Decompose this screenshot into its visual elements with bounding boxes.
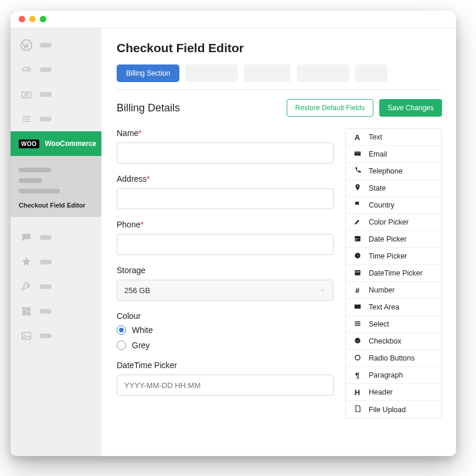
type-email[interactable]: Email — [346, 146, 441, 163]
form-fields: Name* Address* Phone* Storage 25 — [117, 128, 334, 419]
close-window-icon[interactable] — [19, 16, 25, 22]
field-storage: Storage 256 GB — [117, 266, 334, 301]
field-address: Address* — [117, 174, 334, 209]
type-file-upload[interactable]: File Upload — [346, 401, 441, 418]
sidebar-item-placeholder — [40, 117, 52, 121]
file-icon — [353, 404, 362, 414]
radio-icon — [353, 353, 362, 363]
tab-placeholder[interactable] — [244, 64, 291, 82]
type-datetime-picker[interactable]: DateTime Picker — [346, 265, 441, 282]
svg-point-3 — [25, 93, 28, 96]
section-header: Billing Details Restore Default Fields S… — [117, 99, 442, 117]
type-select[interactable]: Select — [346, 316, 441, 333]
image-icon — [19, 328, 34, 344]
phone-icon — [353, 166, 362, 176]
section-title: Billing Details — [117, 102, 180, 114]
sidebar-item-comments[interactable] — [11, 225, 101, 250]
type-telephone[interactable]: Telephone — [346, 163, 441, 180]
flag-icon — [353, 200, 362, 210]
type-country[interactable]: Country — [346, 197, 441, 214]
radio-option-grey[interactable]: Grey — [117, 341, 334, 350]
radio-option-white[interactable]: White — [117, 325, 334, 335]
radio-white-input[interactable] — [117, 325, 126, 335]
storage-label: Storage — [117, 266, 334, 275]
address-label: Address* — [117, 174, 334, 183]
wrench-icon — [19, 279, 34, 294]
tab-billing-section[interactable]: Billing Section — [117, 64, 179, 82]
page-title: Checkout Field Editor — [117, 41, 442, 55]
tab-placeholder[interactable] — [297, 64, 349, 82]
list-icon — [353, 319, 362, 329]
field-name: Name* — [117, 128, 334, 164]
star-icon — [19, 254, 34, 270]
type-text[interactable]: AText — [346, 129, 441, 146]
svg-rect-25 — [354, 304, 361, 308]
type-number[interactable]: #Number — [346, 282, 441, 299]
restore-default-button[interactable]: Restore Default Fields — [287, 99, 374, 117]
minimize-window-icon[interactable] — [29, 16, 36, 22]
paragraph-icon: ¶ — [353, 371, 362, 380]
svg-point-14 — [356, 185, 358, 186]
clock-icon — [353, 251, 362, 261]
type-checkbox[interactable]: Checkbox — [346, 333, 441, 350]
field-type-panel: AText Email Telephone State Country Colo… — [345, 128, 442, 419]
sidebar-woo-label: WooCommerce — [45, 140, 97, 148]
type-header[interactable]: HHeader — [346, 384, 441, 401]
sidebar-item-placeholder — [40, 309, 52, 314]
sidebar-item-dashboard[interactable] — [11, 33, 101, 57]
sidebar-item-placeholder — [40, 260, 52, 264]
sidebar-item-placeholder — [40, 334, 52, 338]
sidebar-item-grid[interactable] — [11, 299, 101, 324]
woo-logo-icon: WOO — [19, 140, 39, 148]
type-state[interactable]: State — [346, 180, 441, 197]
pin-icon — [353, 183, 362, 193]
type-color-picker[interactable]: Color Picker — [346, 214, 441, 231]
type-date-picker[interactable]: Date Picker — [346, 231, 441, 248]
storage-select[interactable]: 256 GB — [117, 280, 334, 301]
tab-placeholder[interactable] — [185, 64, 238, 82]
sidebar-item-gauge[interactable] — [11, 57, 101, 82]
menu-icon — [19, 111, 34, 127]
submenu-item-checkout-field-editor[interactable]: Checkout Field Editor — [19, 202, 93, 209]
svg-rect-11 — [22, 332, 31, 339]
sidebar-item-menu[interactable] — [11, 107, 101, 131]
datetime-input[interactable] — [117, 375, 334, 396]
camera-icon — [19, 87, 34, 102]
sidebar-item-tools[interactable] — [11, 274, 101, 299]
address-input[interactable] — [117, 188, 334, 209]
textarea-icon — [353, 302, 362, 312]
main-content: Checkout Field Editor Billing Section Bi… — [101, 28, 456, 456]
sidebar-item-placeholder — [40, 92, 52, 97]
hash-icon: # — [353, 286, 362, 295]
type-paragraph[interactable]: ¶Paragraph — [346, 367, 441, 384]
sidebar-item-woocommerce[interactable]: WOO WooCommerce — [11, 131, 101, 156]
radio-grey-input[interactable] — [117, 341, 126, 350]
wordpress-icon — [19, 38, 34, 53]
tab-placeholder[interactable] — [355, 64, 387, 82]
mail-icon — [353, 149, 362, 159]
phone-input[interactable] — [117, 234, 334, 255]
type-radio-buttons[interactable]: Radio Buttons — [346, 350, 441, 367]
calendar-clock-icon — [353, 268, 362, 278]
type-text-area[interactable]: Text Area — [346, 299, 441, 316]
radio-grey-label: Grey — [132, 341, 149, 350]
sidebar-item-placeholder — [40, 235, 52, 240]
sidebar-item-star[interactable] — [11, 250, 101, 274]
submenu-item-placeholder[interactable] — [19, 168, 51, 172]
grid-icon — [19, 304, 34, 319]
type-time-picker[interactable]: Time Picker — [346, 248, 441, 265]
name-input[interactable] — [117, 142, 334, 164]
svg-rect-9 — [22, 310, 26, 315]
sidebar-item-media[interactable] — [11, 82, 101, 107]
maximize-window-icon[interactable] — [40, 16, 46, 22]
submenu-item-placeholder[interactable] — [19, 189, 60, 193]
submenu-item-placeholder[interactable] — [19, 178, 42, 183]
sidebar-item-image[interactable] — [11, 324, 101, 348]
svg-rect-21 — [355, 239, 356, 240]
radio-white-label: White — [132, 325, 153, 335]
gauge-icon — [19, 62, 34, 77]
save-changes-button[interactable]: Save Changes — [379, 99, 442, 117]
svg-rect-8 — [27, 307, 30, 311]
text-icon: A — [353, 133, 362, 142]
check-circle-icon — [353, 336, 362, 346]
